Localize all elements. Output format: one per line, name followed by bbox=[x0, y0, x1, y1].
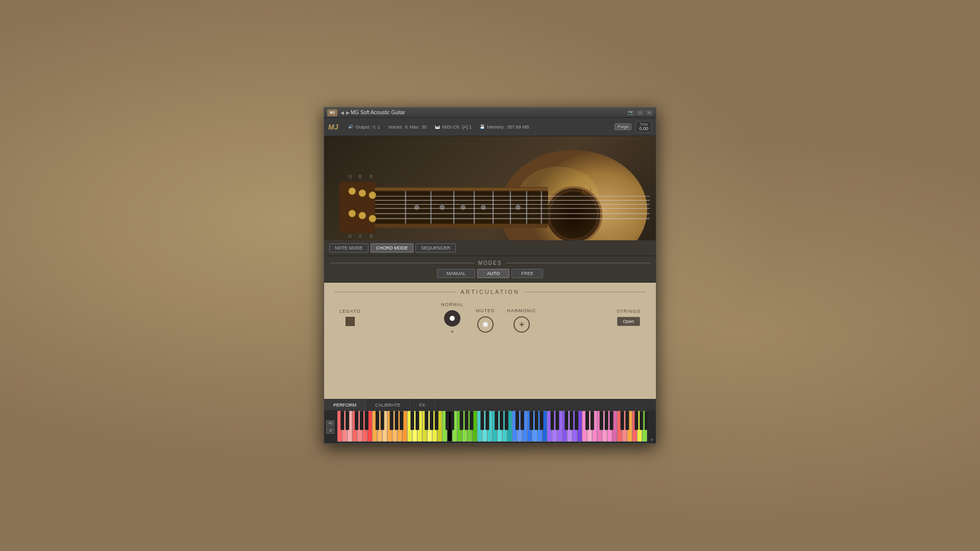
fret-dot-1 bbox=[414, 205, 419, 210]
harmonic-button[interactable]: + bbox=[513, 316, 530, 333]
piano-keyboard[interactable]: // This will be done in static SVG bbox=[337, 410, 648, 443]
fx-tab[interactable]: FX bbox=[410, 399, 435, 410]
instrument-title: MG Soft Acoustic Guitar bbox=[351, 110, 627, 115]
key-b23[interactable] bbox=[495, 411, 498, 430]
key-b19[interactable] bbox=[464, 411, 468, 430]
key-b43[interactable] bbox=[634, 411, 638, 430]
key-b1[interactable] bbox=[340, 411, 344, 430]
sequencer-tab[interactable]: SEQUENCER bbox=[415, 243, 456, 253]
key-b5[interactable] bbox=[365, 411, 369, 430]
key-b29[interactable] bbox=[534, 411, 538, 430]
purge-button[interactable]: Purge bbox=[615, 123, 631, 130]
key-b30[interactable] bbox=[540, 411, 543, 430]
key-b6[interactable] bbox=[376, 411, 379, 430]
legato-button[interactable] bbox=[346, 317, 355, 326]
key-b36[interactable] bbox=[585, 411, 589, 430]
note-mode-tab[interactable]: NOTE MODE bbox=[329, 243, 369, 253]
scroll-arrow: ▼ bbox=[650, 412, 654, 442]
output-info: 🔊 Output ↑t: 1 bbox=[348, 124, 380, 130]
key-b17[interactable] bbox=[451, 411, 454, 430]
key-b37[interactable] bbox=[591, 411, 594, 430]
key-b34[interactable] bbox=[570, 411, 573, 430]
key-b24[interactable] bbox=[500, 411, 503, 430]
normal-button[interactable] bbox=[444, 310, 460, 327]
calibrate-tab[interactable]: CALIBRATE bbox=[366, 399, 410, 410]
nav-prev[interactable]: ◀ bbox=[340, 110, 344, 115]
key-b20[interactable] bbox=[470, 411, 473, 430]
key-b3[interactable] bbox=[355, 411, 358, 430]
camera-icon[interactable]: 📷 bbox=[627, 110, 634, 115]
key-b44[interactable] bbox=[640, 411, 643, 430]
memory-label: Memory: bbox=[487, 124, 505, 130]
key-b41[interactable] bbox=[620, 411, 624, 430]
key-b15[interactable] bbox=[435, 411, 438, 430]
key-b14[interactable] bbox=[430, 411, 433, 430]
muted-label: Muted bbox=[476, 308, 495, 313]
key-b12[interactable] bbox=[415, 411, 419, 430]
perform-tab[interactable]: PERFORM bbox=[324, 399, 366, 410]
label-a: A bbox=[359, 234, 362, 239]
normal-label: NORMAL bbox=[441, 302, 464, 307]
key-b18[interactable] bbox=[460, 411, 463, 430]
plugin-window: MJ ◀ ▶ MG Soft Acoustic Guitar 📷 i × MJ … bbox=[324, 107, 656, 444]
key-b27[interactable] bbox=[521, 411, 524, 430]
key-b32[interactable] bbox=[555, 411, 559, 430]
peg-a1 bbox=[359, 212, 366, 219]
legato-section: LEGATO bbox=[339, 309, 361, 326]
pitch-down-button[interactable]: -0 bbox=[326, 428, 334, 434]
key-b11[interactable] bbox=[410, 411, 414, 430]
modes-title: MODES bbox=[329, 260, 651, 266]
articulation-title: ARTICULATION bbox=[334, 289, 646, 295]
key-b8[interactable] bbox=[390, 411, 394, 430]
close-icon[interactable]: × bbox=[646, 110, 653, 115]
key-b9[interactable] bbox=[395, 411, 398, 430]
normal-articulation: NORMAL bbox=[441, 302, 464, 333]
key-b39[interactable] bbox=[605, 411, 608, 430]
key-b21[interactable] bbox=[480, 411, 484, 430]
key-b7[interactable] bbox=[381, 411, 384, 430]
articulation-group: NORMAL Muted HARMONIC bbox=[441, 302, 536, 333]
modes-section: MODES MANUAL AUTO FREE bbox=[324, 256, 656, 283]
free-mode-btn[interactable]: FREE bbox=[511, 269, 543, 278]
tune-section: Tune 0.00 bbox=[635, 121, 652, 133]
key-b16[interactable] bbox=[446, 411, 449, 430]
peg-e2 bbox=[369, 215, 376, 222]
key-b10[interactable] bbox=[400, 411, 403, 430]
key-b35[interactable] bbox=[575, 411, 578, 430]
label-e-top: E bbox=[370, 174, 373, 179]
key-b2[interactable] bbox=[346, 411, 349, 430]
memory-icon: 💾 bbox=[480, 124, 485, 129]
info-bar: MJ 🔊 Output ↑t: 1 Voices: 0 Max: 30 🎹 MI… bbox=[324, 118, 656, 136]
key-b31[interactable] bbox=[550, 411, 554, 430]
key-b13[interactable] bbox=[425, 411, 428, 430]
voices-value: 0 bbox=[405, 124, 408, 130]
peg-e1 bbox=[369, 192, 376, 199]
keyboard-controls: +0 -0 bbox=[326, 420, 334, 434]
auto-mode-btn[interactable]: AUTO bbox=[477, 269, 509, 278]
title-controls: 📷 i × bbox=[627, 110, 653, 115]
max-label: Max: bbox=[410, 124, 420, 130]
nav-next[interactable]: ▶ bbox=[346, 110, 350, 115]
manual-mode-btn[interactable]: MANUAL bbox=[437, 269, 476, 278]
keyboard-area: +0 -0 // This will be done in static SVG bbox=[324, 410, 656, 443]
chord-mode-tab[interactable]: CHORD MODE bbox=[371, 243, 414, 253]
mode-tabs: NOTE MODE CHORD MODE SEQUENCER bbox=[324, 240, 656, 256]
key-b40[interactable] bbox=[609, 411, 613, 430]
key-b25[interactable] bbox=[505, 411, 508, 430]
strings-button[interactable]: Open bbox=[617, 317, 640, 326]
key-b42[interactable] bbox=[625, 411, 629, 430]
harmonic-articulation: HARMONIC + bbox=[507, 308, 536, 333]
key-b45[interactable] bbox=[645, 411, 648, 430]
key-b38[interactable] bbox=[600, 411, 603, 430]
key-b22[interactable] bbox=[485, 411, 489, 430]
key-b4[interactable] bbox=[360, 411, 363, 430]
info-icon[interactable]: i bbox=[636, 110, 644, 115]
key-b33[interactable] bbox=[565, 411, 568, 430]
strings-section: STRINGS Open bbox=[617, 309, 641, 326]
key-b28[interactable] bbox=[530, 411, 533, 430]
pitch-up-button[interactable]: +0 bbox=[326, 420, 334, 427]
normal-btn-inner bbox=[450, 316, 455, 321]
key-b26[interactable] bbox=[516, 411, 519, 430]
neck-grain-1 bbox=[355, 188, 548, 190]
muted-button[interactable] bbox=[477, 316, 494, 333]
